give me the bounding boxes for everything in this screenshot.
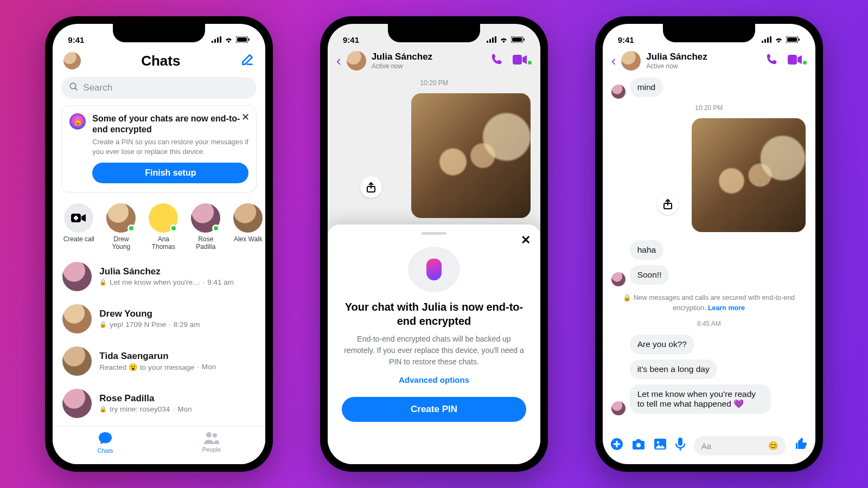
- svg-rect-14: [489, 39, 491, 43]
- svg-rect-16: [495, 36, 496, 43]
- video-call-button[interactable]: [513, 54, 532, 68]
- status-icons: [762, 36, 800, 43]
- lock-icon: 🔒: [99, 321, 107, 328]
- active-contacts-tray[interactable]: Create call Drew Young Ana Thomas Rose P…: [53, 199, 265, 255]
- profile-avatar[interactable]: [63, 52, 81, 69]
- composer-mic-button[interactable]: [675, 438, 685, 454]
- contact-name: Julia Sánchez: [372, 52, 432, 62]
- cellular-icon: [487, 36, 496, 43]
- contact-info[interactable]: Julia Sánchez Active now: [646, 52, 707, 70]
- sheet-body: End-to-end encrypted chats will be backe…: [342, 333, 526, 368]
- chat-avatar: [62, 262, 92, 291]
- message-timestamp: 10:20 PM: [603, 104, 815, 112]
- contact-avatar[interactable]: [347, 51, 366, 70]
- active-dot-icon: [803, 61, 807, 65]
- tray-contact[interactable]: Drew Young: [104, 203, 138, 251]
- sheet-title: Your chat with Julia is now end-to-end e…: [342, 300, 526, 328]
- tab-people[interactable]: People: [202, 431, 221, 453]
- search-input[interactable]: Search: [61, 77, 257, 99]
- wifi-icon: [774, 36, 783, 43]
- svg-rect-29: [788, 55, 797, 65]
- svg-point-34: [636, 443, 641, 447]
- share-button[interactable]: [360, 176, 382, 198]
- message-bubble[interactable]: Let me know when you're ready to tell me…: [630, 384, 771, 414]
- svg-rect-28: [799, 38, 800, 41]
- svg-rect-3: [220, 36, 221, 43]
- message-bubble[interactable]: haha: [630, 240, 663, 260]
- chat-row[interactable]: Drew Young 🔒 yep! 1709 N Pine · 8:29 am: [53, 298, 265, 340]
- message-row-incoming: Let me know when you're ready to tell me…: [603, 382, 815, 416]
- contact-avatar: [191, 203, 220, 233]
- audio-call-button[interactable]: [491, 53, 503, 68]
- share-button[interactable]: [657, 193, 679, 215]
- sender-avatar: [611, 401, 626, 415]
- sender-avatar: [611, 272, 626, 286]
- back-button[interactable]: ‹: [611, 53, 616, 69]
- banner-title: Some of your chats are now end-to-end en…: [92, 113, 248, 135]
- status-icons: [487, 36, 525, 43]
- contact-info[interactable]: Julia Sánchez Active now: [372, 52, 432, 70]
- chat-avatar: [62, 389, 92, 418]
- lock-icon: 🔒: [623, 294, 631, 301]
- chats-header: Chats: [53, 49, 265, 75]
- create-pin-button[interactable]: Create PIN: [342, 397, 526, 422]
- chat-avatar: [62, 346, 92, 376]
- compose-button[interactable]: [240, 53, 254, 69]
- tray-label: Rose Padilla: [196, 235, 215, 251]
- tray-label: Alex Walk: [234, 235, 263, 243]
- sent-photo-message[interactable]: [411, 93, 531, 218]
- emoji-picker-button[interactable]: 😊: [768, 441, 778, 451]
- composer-input[interactable]: Aa 😊: [694, 436, 786, 455]
- composer-add-button[interactable]: [610, 438, 623, 454]
- svg-rect-20: [513, 55, 522, 65]
- tray-create-call[interactable]: Create call: [61, 203, 96, 251]
- conversation-header: ‹ Julia Sánchez Active now: [328, 49, 540, 75]
- device-notch: [663, 24, 755, 42]
- tray-label: Drew Young: [112, 235, 131, 251]
- sent-photo-message[interactable]: [692, 118, 806, 232]
- audio-call-button[interactable]: [766, 53, 778, 68]
- svg-rect-15: [492, 37, 494, 43]
- chat-row[interactable]: Tida Saengarun Reacted 😮 to your message…: [53, 340, 265, 382]
- contact-name: Julia Sánchez: [646, 52, 707, 62]
- sheet-close-button[interactable]: ✕: [521, 233, 531, 247]
- tray-contact[interactable]: Ana Thomas: [146, 203, 181, 251]
- screen-chats-list: 9:41 Chats S: [53, 24, 265, 464]
- tray-contact[interactable]: Alex Walk: [231, 203, 265, 251]
- page-title: Chats: [141, 53, 180, 69]
- finish-setup-button[interactable]: Finish setup: [92, 163, 248, 183]
- svg-rect-10: [74, 217, 78, 219]
- phone-frame-2: 9:41 ‹ Julia Sánchez Active now 10:20 PM: [320, 16, 548, 472]
- composer-gallery-button[interactable]: [654, 438, 667, 453]
- message-row-incoming: it's been a long day: [603, 357, 815, 382]
- message-bubble[interactable]: it's been a long day: [630, 359, 717, 379]
- contact-avatar[interactable]: [621, 51, 641, 70]
- banner-close-button[interactable]: ✕: [241, 111, 250, 123]
- tab-chats[interactable]: Chats: [98, 431, 113, 454]
- message-bubble[interactable]: Soon!!: [630, 265, 669, 285]
- active-dot-icon: [170, 224, 177, 232]
- message-bubble[interactable]: Are you ok??: [630, 335, 694, 354]
- svg-rect-1: [214, 39, 216, 43]
- svg-rect-27: [787, 37, 797, 42]
- tab-label: People: [202, 446, 221, 453]
- composer-like-button[interactable]: [795, 438, 808, 454]
- svg-rect-22: [762, 41, 763, 43]
- advanced-options-link[interactable]: Advanced options: [399, 375, 469, 384]
- composer-placeholder: Aa: [701, 441, 711, 451]
- learn-more-link[interactable]: Learn more: [708, 304, 745, 312]
- composer-camera-button[interactable]: [632, 438, 645, 453]
- sheet-handle[interactable]: [422, 232, 446, 235]
- tab-label: Chats: [98, 447, 113, 454]
- tray-contact[interactable]: Rose Padilla: [188, 203, 223, 251]
- back-button[interactable]: ‹: [336, 53, 341, 69]
- message-bubble[interactable]: mind: [630, 78, 663, 97]
- people-tab-icon: [202, 431, 221, 446]
- video-call-button[interactable]: [788, 54, 807, 68]
- sender-avatar: [611, 85, 626, 99]
- chat-row[interactable]: Julia Sánchez 🔒 Let me know when you're……: [53, 255, 265, 298]
- battery-icon: [511, 36, 525, 43]
- chat-row[interactable]: Rose Padilla 🔒 try mine: rosey034 · Mon: [53, 382, 265, 425]
- encryption-notice: 🔒 New messages and calls are secured wit…: [603, 287, 815, 316]
- message-timestamp: 8:45 AM: [603, 320, 815, 328]
